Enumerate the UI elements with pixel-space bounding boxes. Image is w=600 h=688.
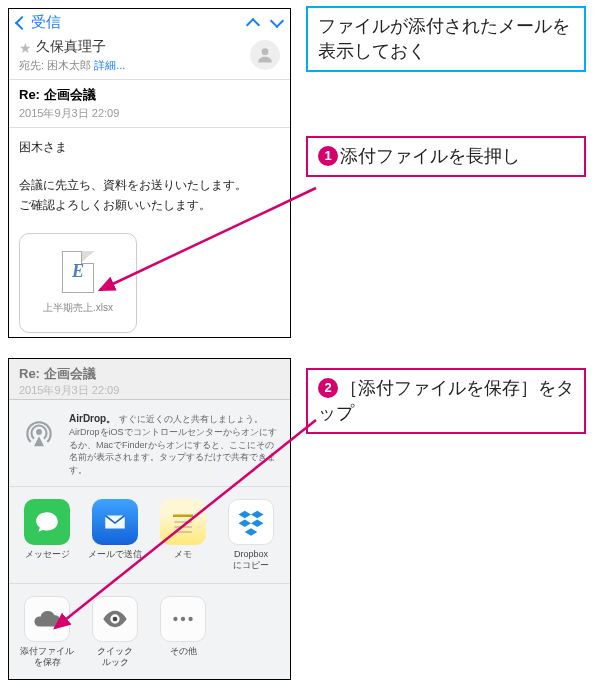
app-row: メッセージ メールで送信 メモ Dropbox: [9, 487, 290, 584]
dimmed-header: Re: 企画会議 2015年9月3日 22:09: [9, 359, 290, 404]
svg-point-0: [262, 48, 269, 55]
nav-pager: [248, 16, 282, 30]
file-name: 上半期売上.xlsx: [43, 301, 113, 315]
callout-text: ファイルが添付されたメールを表示しておく: [318, 16, 570, 61]
app-label: メッセージ: [25, 549, 70, 560]
avatar[interactable]: [250, 40, 280, 70]
svg-point-1: [36, 429, 42, 435]
svg-point-9: [188, 617, 192, 621]
dimmed-subject: Re: 企画会議: [19, 365, 280, 383]
star-icon[interactable]: ★: [19, 40, 32, 56]
action-more[interactable]: その他: [153, 596, 213, 668]
mail-view: 受信 ★ 久保真理子 宛先: 困木太郎 詳細... Re: 企画会議 2015年…: [8, 8, 291, 338]
sender-name[interactable]: 久保真理子: [36, 38, 106, 54]
action-save-attachment[interactable]: 添付ファイル を保存: [17, 596, 77, 668]
mail-icon: [92, 499, 138, 545]
to-name: 困木太郎: [47, 59, 91, 71]
svg-rect-2: [173, 515, 193, 518]
svg-point-6: [113, 617, 118, 622]
airdrop-icon: [19, 412, 59, 452]
greeting: 困木さま: [19, 138, 280, 157]
to-prefix: 宛先:: [19, 59, 44, 71]
details-link[interactable]: 詳細...: [94, 59, 125, 71]
svg-point-7: [173, 617, 177, 621]
callout-text: ［添付ファイルを保存］をタップ: [318, 378, 574, 423]
action-label: クイック ルック: [97, 646, 133, 668]
callout-text: 添付ファイルを長押し: [340, 146, 520, 166]
action-row: 添付ファイル を保存 クイック ルック その他: [9, 584, 290, 680]
action-label: 添付ファイル を保存: [20, 646, 74, 668]
svg-point-8: [181, 617, 185, 621]
share-sheet: AirDrop。 すぐに近くの人と共有しましょう。AirDropをiOSでコント…: [9, 399, 290, 679]
callout-step-2: 2［添付ファイルを保存］をタップ: [306, 368, 586, 434]
share-sheet-view: Re: 企画会議 2015年9月3日 22:09 AirDrop。 すぐに近くの…: [8, 358, 291, 680]
eye-icon: [92, 596, 138, 642]
person-icon: [255, 45, 275, 65]
subject: Re: 企画会議: [19, 86, 280, 104]
app-label: メモ: [174, 549, 192, 560]
file-glyph: E: [72, 261, 84, 282]
step-number-1: 1: [318, 146, 338, 166]
action-quicklook[interactable]: クイック ルック: [85, 596, 145, 668]
callout-precondition: ファイルが添付されたメールを表示しておく: [306, 6, 586, 72]
attachment[interactable]: E 上半期売上.xlsx: [19, 233, 137, 333]
body-line-1: 会議に先立ち、資料をお送りいたします。: [19, 176, 280, 195]
from-block: ★ 久保真理子 宛先: 困木太郎 詳細...: [9, 34, 290, 80]
step-number-2: 2: [318, 378, 338, 398]
chevron-down-icon[interactable]: [270, 13, 284, 27]
chevron-up-icon[interactable]: [246, 17, 260, 31]
more-icon: [160, 596, 206, 642]
navbar: 受信: [9, 9, 290, 34]
app-message[interactable]: メッセージ: [17, 499, 77, 571]
body-line-2: ご確認よろしくお願いいたします。: [19, 196, 280, 215]
date: 2015年9月3日 22:09: [19, 106, 280, 121]
message-icon: [24, 499, 70, 545]
back-button[interactable]: 受信: [17, 13, 61, 32]
back-label: 受信: [31, 13, 61, 32]
notes-icon: [160, 499, 206, 545]
chevron-left-icon: [15, 15, 29, 29]
action-label: その他: [170, 646, 197, 657]
mail-body: 困木さま 会議に先立ち、資料をお送りいたします。 ご確認よろしくお願いいたします…: [9, 128, 290, 225]
to-row: 宛先: 困木太郎 詳細...: [19, 58, 280, 73]
dimmed-date: 2015年9月3日 22:09: [19, 383, 280, 398]
airdrop-row[interactable]: AirDrop。 すぐに近くの人と共有しましょう。AirDropをiOSでコント…: [9, 400, 290, 487]
cloud-icon: [24, 596, 70, 642]
app-dropbox[interactable]: Dropbox にコピー: [221, 499, 281, 571]
app-label: Dropbox にコピー: [233, 549, 269, 571]
airdrop-title: AirDrop。: [69, 413, 116, 424]
file-icon: E: [62, 251, 94, 293]
app-label: メールで送信: [88, 549, 142, 560]
app-mail[interactable]: メールで送信: [85, 499, 145, 571]
dropbox-icon: [228, 499, 274, 545]
airdrop-text: AirDrop。 すぐに近くの人と共有しましょう。AirDropをiOSでコント…: [69, 412, 280, 476]
callout-step-1: 1添付ファイルを長押し: [306, 136, 586, 177]
subject-block: Re: 企画会議 2015年9月3日 22:09: [9, 80, 290, 128]
app-notes[interactable]: メモ: [153, 499, 213, 571]
